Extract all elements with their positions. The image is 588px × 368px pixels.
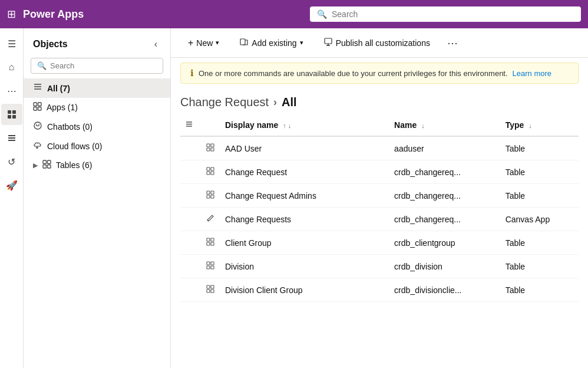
row-type-icon xyxy=(201,278,220,302)
sidebar-item-chatbots[interactable]: Chatbots (0) xyxy=(24,117,170,136)
row-action-menu[interactable]: ⋮ xyxy=(366,231,389,255)
row-action-menu[interactable]: ⋮ xyxy=(366,255,389,278)
name-sort-icon[interactable]: ↓ xyxy=(421,122,425,129)
objects-table: Display name ↑ ↓ Name ↓ Type ↓ xyxy=(180,114,579,302)
cloudflows-icon xyxy=(33,140,42,152)
alert-banner: ℹ One or more commands are unavailable d… xyxy=(180,63,579,84)
row-type: Table xyxy=(501,136,579,160)
sidebar-item-tables-label: Tables (6) xyxy=(56,160,161,170)
sidebar-item-apps[interactable]: Apps (1) xyxy=(24,98,170,117)
display-name-sort-icon[interactable]: ↑ ↓ xyxy=(283,122,291,129)
col-select[interactable] xyxy=(180,114,201,136)
svg-rect-13 xyxy=(38,107,42,111)
add-existing-button[interactable]: Add existing ▾ xyxy=(232,33,310,52)
svg-rect-12 xyxy=(34,107,37,111)
svg-point-15 xyxy=(36,124,37,125)
row-action-menu[interactable]: ⋮ xyxy=(366,208,389,231)
row-checkbox-cell[interactable] xyxy=(180,184,201,208)
row-display-name: Change Request xyxy=(220,160,366,184)
topbar-search-box[interactable]: 🔍 xyxy=(310,6,581,22)
table-header-row: Display name ↑ ↓ Name ↓ Type ↓ xyxy=(180,114,579,136)
row-display-name: Division Client Group xyxy=(220,278,366,302)
row-type-icon xyxy=(201,136,220,160)
sidebar-search-box[interactable]: 🔍 xyxy=(31,58,163,74)
row-display-name: AAD User xyxy=(220,136,366,160)
alert-icon: ℹ xyxy=(190,68,194,78)
row-checkbox-cell[interactable] xyxy=(180,278,201,302)
row-display-name: Change Request Admins xyxy=(220,184,366,208)
sidebar-item-all[interactable]: All (7) xyxy=(24,78,170,98)
apps-icon[interactable] xyxy=(1,104,22,125)
svg-rect-22 xyxy=(325,38,332,44)
publish-icon[interactable]: 🚀 xyxy=(1,175,22,196)
publish-button[interactable]: Publish all customizations xyxy=(316,33,438,52)
row-display-name: Client Group xyxy=(220,231,366,255)
table-row[interactable]: AAD User ⋮ aaduser Table xyxy=(180,136,579,160)
table-row[interactable]: Change Request Admins ⋮ crdb_changereq..… xyxy=(180,184,579,208)
sidebar-search-input[interactable] xyxy=(50,61,157,70)
sidebar-collapse-button[interactable]: ‹ xyxy=(151,38,161,51)
row-action-menu[interactable]: ⋮ xyxy=(366,136,389,160)
name-col-label: Name xyxy=(394,120,417,130)
sidebar-item-cloudflows[interactable]: Cloud flows (0) xyxy=(24,136,170,156)
add-existing-chevron-icon: ▾ xyxy=(300,39,303,47)
svg-rect-41 xyxy=(211,242,214,245)
sidebar-item-cloudflows-label: Cloud flows (0) xyxy=(47,142,161,151)
toolbar: + New ▾ Add existing ▾ xyxy=(171,28,588,58)
row-type-icon xyxy=(201,208,220,231)
breadcrumb-parent[interactable]: Change Request xyxy=(180,96,269,109)
col-display-name-header[interactable]: Display name ↑ ↓ xyxy=(220,114,366,136)
svg-rect-39 xyxy=(211,238,214,241)
row-name: aaduser xyxy=(389,136,501,160)
row-checkbox-cell[interactable] xyxy=(180,231,201,255)
table-row[interactable]: Change Requests ⋮ crdb_changereq... Canv… xyxy=(180,208,579,231)
col-name-header[interactable]: Name ↓ xyxy=(389,114,501,136)
row-action-menu[interactable]: ⋮ xyxy=(366,160,389,184)
svg-rect-26 xyxy=(207,144,210,147)
svg-rect-31 xyxy=(211,167,214,170)
sidebar-item-tables[interactable]: ▶ Tables (6) xyxy=(24,156,170,175)
data-icon[interactable] xyxy=(1,127,22,149)
main-content: + New ▾ Add existing ▾ xyxy=(171,28,588,368)
col-type-header[interactable]: Type ↓ xyxy=(501,114,579,136)
table-row[interactable]: Client Group ⋮ crdb_clientgroup Table xyxy=(180,231,579,255)
svg-rect-43 xyxy=(211,262,214,265)
row-checkbox-cell[interactable] xyxy=(180,136,201,160)
sidebar-item-chatbots-label: Chatbots (0) xyxy=(47,122,161,132)
row-display-name: Change Requests xyxy=(220,208,366,231)
history-icon[interactable]: ↺ xyxy=(1,151,22,172)
svg-rect-10 xyxy=(34,103,37,106)
menu-icon[interactable]: ☰ xyxy=(1,33,22,54)
new-button[interactable]: + New ▾ xyxy=(180,34,227,52)
new-button-label: New xyxy=(196,38,213,48)
svg-rect-38 xyxy=(207,238,210,241)
row-checkbox-cell[interactable] xyxy=(180,255,201,278)
table-row[interactable]: Division Client Group ⋮ crdb_divisioncli… xyxy=(180,278,579,302)
row-action-menu[interactable]: ⋮ xyxy=(366,278,389,302)
toolbar-more-button[interactable]: ⋯ xyxy=(442,34,463,52)
svg-rect-48 xyxy=(207,290,210,293)
svg-rect-27 xyxy=(211,144,214,147)
table-row[interactable]: Change Request ⋮ crdb_changereq... Table xyxy=(180,160,579,184)
table-row[interactable]: Division ⋮ crdb_division Table xyxy=(180,255,579,278)
grid-icon[interactable]: ⊞ xyxy=(7,8,16,21)
svg-rect-33 xyxy=(211,172,214,175)
type-sort-icon[interactable]: ↓ xyxy=(528,122,532,129)
home-icon[interactable]: ⌂ xyxy=(1,57,22,78)
row-checkbox-cell[interactable] xyxy=(180,160,201,184)
row-checkbox-cell[interactable] xyxy=(180,208,201,231)
svg-rect-46 xyxy=(207,285,210,288)
row-type: Table xyxy=(501,278,579,302)
svg-rect-32 xyxy=(207,172,210,175)
svg-rect-36 xyxy=(207,195,210,198)
svg-rect-2 xyxy=(8,115,11,119)
row-action-menu[interactable]: ⋮ xyxy=(366,184,389,208)
svg-rect-42 xyxy=(207,262,210,265)
svg-rect-21 xyxy=(240,39,245,45)
sidebar-search-icon: 🔍 xyxy=(37,61,47,70)
alert-learn-more-link[interactable]: Learn more xyxy=(513,69,551,78)
row-type: Table xyxy=(501,184,579,208)
more-icon[interactable]: ⋯ xyxy=(1,80,22,101)
svg-rect-35 xyxy=(211,191,214,194)
topbar-search-input[interactable] xyxy=(332,9,574,19)
